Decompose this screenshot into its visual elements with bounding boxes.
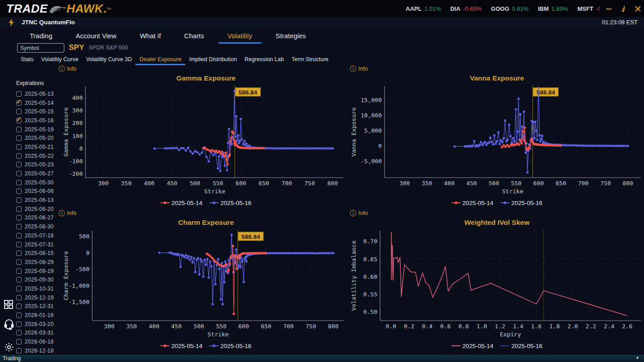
svg-text:-500: -500 — [76, 266, 89, 273]
legend-item[interactable]: 2025-05-14 — [161, 200, 202, 206]
ticker-item[interactable]: IBM1.89% — [538, 5, 568, 12]
expiration-label: 2025-06-20 — [25, 206, 54, 212]
expiration-checkbox[interactable] — [16, 109, 22, 114]
ticker-symbol: DIA — [450, 5, 460, 12]
info-button[interactable]: ⓘInfo — [58, 209, 76, 217]
y-axis-label: Gamma Exposure — [63, 107, 69, 157]
nav-tab-charts[interactable]: Charts — [184, 32, 204, 40]
expiration-label: 2026-12-18 — [25, 348, 54, 354]
ticker-symbol: AAPL — [406, 5, 421, 12]
info-button[interactable]: ⓘInfo — [58, 65, 76, 73]
expiration-checkbox[interactable] — [16, 91, 22, 97]
info-label: Info — [358, 210, 368, 216]
svg-text:750: 750 — [304, 180, 315, 187]
expiration-checkbox[interactable] — [16, 313, 22, 318]
subtab-implied-distribution[interactable]: Implied Distribution — [189, 56, 237, 63]
chart-legend: 2025-05-142025-05-16 — [62, 197, 350, 208]
ticker-item[interactable]: AAPL1.01% — [406, 5, 441, 12]
expiration-checkbox[interactable] — [16, 153, 22, 159]
subtab-dealer-exposure[interactable]: Dealer Exposure — [139, 56, 181, 63]
svg-text:450: 450 — [466, 180, 477, 187]
subtab-volatility-curve-3d[interactable]: Volatility Curve 3D — [86, 56, 132, 63]
legend-marker — [210, 344, 219, 348]
expiration-checkbox[interactable] — [16, 171, 22, 176]
expiration-checkbox[interactable] — [16, 180, 22, 185]
legend-item[interactable]: 2025-05-16 — [210, 343, 251, 349]
expiration-checkbox[interactable] — [16, 206, 22, 212]
expiration-label: 2025-05-14 — [25, 100, 54, 106]
svg-text:-5,000: -5,000 — [361, 158, 382, 165]
expiration-checkbox[interactable] — [16, 127, 22, 132]
weighted-ivol-skew-chart[interactable]: 0.00.20.40.60.81.01.21.41.61.82.02.22.42… — [350, 228, 644, 331]
expiration-checkbox[interactable] — [16, 268, 22, 274]
expiration-checkbox[interactable] — [16, 295, 22, 300]
legend-item[interactable]: 2025-05-16 — [501, 200, 542, 206]
subtab-stats[interactable]: Stats — [21, 56, 34, 63]
subtab-term-structure[interactable]: Term Structure — [291, 56, 328, 63]
restore-button[interactable] — [620, 5, 627, 13]
expiration-checkbox[interactable] — [16, 224, 22, 229]
apps-grid-icon[interactable] — [4, 299, 13, 311]
symbol-input[interactable] — [17, 43, 64, 53]
legend-item[interactable]: 2025-05-14 — [161, 343, 202, 349]
expiration-checkbox[interactable] — [16, 304, 22, 309]
svg-text:-1,500: -1,500 — [68, 299, 89, 305]
expiration-checkbox[interactable] — [16, 100, 22, 106]
ticker-item[interactable]: GOOG0.81% — [491, 5, 528, 12]
expiration-checkbox[interactable] — [16, 330, 22, 335]
expiration-checkbox[interactable] — [16, 250, 22, 256]
gamma-exposure-chart[interactable]: 300350400450500550600650700750800-200-10… — [62, 84, 350, 188]
info-icon: ⓘ — [58, 66, 65, 72]
expiration-label: 2025-05-16 — [25, 117, 54, 124]
gear-icon[interactable] — [4, 342, 14, 354]
minimize-button[interactable] — [605, 5, 613, 12]
chart-legend: 2025-05-142025-05-16 — [62, 340, 350, 351]
svg-text:5,000: 5,000 — [364, 127, 382, 134]
ticker-change: 0.81% — [512, 5, 528, 12]
ticker-change: 1.01% — [424, 5, 441, 12]
expiration-checkbox[interactable] — [16, 118, 22, 123]
expiration-checkbox[interactable] — [16, 215, 22, 220]
svg-text:650: 650 — [261, 323, 271, 330]
svg-text:300: 300 — [72, 107, 83, 114]
nav-tab-account-view[interactable]: Account View — [76, 32, 116, 40]
close-button[interactable] — [635, 5, 641, 12]
expiration-checkbox[interactable] — [16, 135, 22, 141]
y-axis-label: Vanna Exposure — [350, 107, 357, 157]
vanna-exposure-chart[interactable]: 300350400450500550600650700750800-5,0000… — [350, 84, 644, 188]
expiration-checkbox[interactable] — [16, 197, 22, 203]
svg-text:100: 100 — [72, 133, 83, 139]
legend-item[interactable]: 2025-05-14 — [452, 343, 493, 349]
svg-text:750: 750 — [306, 323, 316, 330]
expiration-checkbox[interactable] — [16, 188, 22, 194]
headset-icon[interactable] — [4, 318, 14, 332]
expiration-checkbox[interactable] — [16, 162, 22, 167]
nav-tab-what-if[interactable]: What if — [140, 32, 161, 40]
legend-item[interactable]: 2025-05-16 — [501, 343, 542, 349]
info-button[interactable]: ⓘInfo — [350, 209, 368, 217]
expiration-checkbox[interactable] — [16, 144, 22, 150]
nav-tab-volatility[interactable]: Volatility — [228, 32, 252, 40]
expiration-checkbox[interactable] — [16, 233, 22, 238]
legend-item[interactable]: 2025-05-14 — [452, 200, 493, 206]
expiration-checkbox[interactable] — [16, 286, 22, 291]
expiration-checkbox[interactable] — [16, 259, 22, 265]
expiration-checkbox[interactable] — [16, 339, 22, 344]
expiration-checkbox[interactable] — [16, 242, 22, 247]
nav-tab-strategies[interactable]: Strategies — [276, 32, 306, 40]
subtab-volatility-curve[interactable]: Volatility Curve — [41, 56, 79, 63]
expiration-checkbox[interactable] — [16, 322, 22, 327]
legend-item[interactable]: 2025-05-16 — [210, 200, 251, 206]
subtab-regression-lab[interactable]: Regression Lab — [245, 56, 284, 63]
expiration-checkbox[interactable] — [16, 277, 22, 282]
ticker-item[interactable]: MSFT-0.03% — [577, 5, 600, 12]
info-button[interactable]: ⓘInfo — [350, 65, 368, 73]
caret-down-icon[interactable]: ▼ — [635, 356, 640, 360]
ticker-item[interactable]: DIA-0.65% — [450, 5, 482, 12]
charm-exposure-chart[interactable]: 300350400450500550600650700750800-1,500-… — [62, 228, 350, 331]
svg-text:600: 600 — [238, 323, 249, 330]
expiration-label: 2025-08-15 — [25, 250, 54, 256]
nav-tab-trading[interactable]: Trading — [30, 32, 52, 40]
expiration-checkbox[interactable] — [16, 348, 22, 353]
svg-text:400: 400 — [72, 94, 83, 101]
